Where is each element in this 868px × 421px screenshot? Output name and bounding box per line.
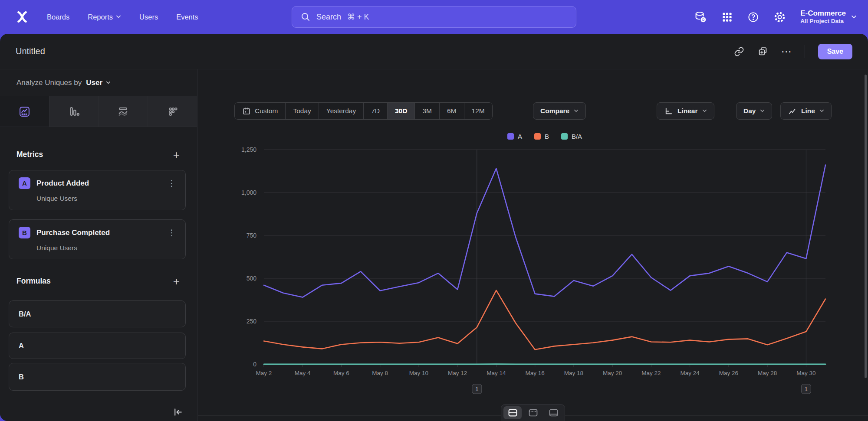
data-management-icon[interactable] [694,11,707,23]
x-axis-label: May 14 [487,370,506,376]
layout-top-toggle[interactable] [524,406,542,419]
series-badge-b: B [19,227,30,238]
formula-label: A [19,342,24,350]
annotation-marker[interactable]: 1 [472,384,482,394]
chevron-down-icon [106,81,111,85]
query-builder-panel: Analyze Uniques by User [0,69,197,421]
x-axis-label: May 6 [333,370,349,376]
layout-bottom-toggle[interactable] [544,406,562,419]
more-actions-button[interactable]: ⋯ [781,47,792,56]
nav-left: Boards Reports Users Events [0,10,198,23]
layout-bottom-icon [549,409,558,417]
analyze-label: Analyze Uniques by [16,78,82,87]
x-axis-label: May 24 [681,370,700,376]
x-axis-label: May 16 [526,370,545,376]
x-axis-label: May 2 [256,370,272,376]
formulas-heading: Formulas [16,277,51,286]
formula-label: B/A [19,310,31,318]
save-button[interactable]: Save [818,44,852,59]
nav-item-reports[interactable]: Reports [88,13,121,21]
formula-card[interactable]: A [9,333,186,359]
project-scope: All Project Data [800,18,846,25]
chevron-down-icon [116,15,121,19]
x-axis-label: May 4 [295,370,311,376]
metric-measure-dropdown[interactable]: Unique Users [36,195,178,202]
tab-funnels[interactable] [49,96,99,127]
x-axis-label: May 8 [372,370,388,376]
analyze-row: Analyze Uniques by User [0,69,197,96]
app-surface: Untitled ⋯ Save [0,34,868,421]
analyze-by-dropdown[interactable]: User [86,78,111,87]
project-selector[interactable]: E-Commerce All Project Data [800,9,857,25]
link-icon [734,46,744,57]
nav-right: E-Commerce All Project Data [694,0,857,34]
metric-card[interactable]: B Purchase Completed ⋮ Unique Users [9,219,186,259]
project-text: E-Commerce All Project Data [800,9,846,25]
formula-card[interactable]: B [9,363,186,391]
formula-label: B [19,373,24,381]
builder-footer [0,403,197,421]
analyze-by-value: User [86,78,102,87]
flows-icon [117,106,129,117]
chart-area: Custom Today Yesterday 7D 30D 3M 6M 12M … [198,69,868,421]
insights-chart-icon [19,106,30,117]
metrics-section-head: Metrics + [16,150,180,159]
y-axis-label: 500 [247,275,257,282]
report-type-tabs [0,96,197,127]
search-input[interactable]: Search ⌘ + K [292,6,576,28]
search-placeholder: Search [316,13,341,22]
layout-split-toggle[interactable] [503,406,522,419]
search-shortcut: ⌘ + K [347,12,369,22]
metric-name: Purchase Completed [36,228,160,237]
tab-insights[interactable] [0,96,49,127]
metric-measure-dropdown[interactable]: Unique Users [36,244,178,252]
nav-item-events[interactable]: Events [176,13,198,21]
svg-text:1: 1 [805,386,808,392]
line-chart-plot: 02505007501,0001,25011May 2May 4May 6May… [198,69,868,421]
page-scrollbar[interactable] [865,75,867,378]
layout-split-icon [508,409,517,417]
formula-card[interactable]: B/A [9,300,186,327]
formulas-section-head: Formulas + [16,277,180,286]
metrics-heading: Metrics [16,150,43,159]
duplicate-icon [757,46,768,57]
series-line-A [264,165,825,297]
top-nav: Boards Reports Users Events Search ⌘ + K [0,0,868,34]
help-icon[interactable] [747,11,759,23]
x-axis-label: May 10 [409,370,428,376]
ellipsis-icon: ⋯ [781,47,792,56]
apps-grid-icon[interactable] [721,11,733,23]
series-badge-a: A [19,177,30,189]
svg-text:1: 1 [475,386,478,392]
collapse-panel-button[interactable] [172,407,183,419]
collapse-left-icon [172,407,183,418]
annotation-marker[interactable]: 1 [801,384,811,394]
nav-item-users[interactable]: Users [139,13,158,21]
settings-gear-icon[interactable] [773,11,786,23]
y-axis-label: 750 [247,232,257,239]
project-name: E-Commerce [800,9,846,18]
add-metric-button[interactable]: + [173,150,180,159]
duplicate-button[interactable] [757,46,768,57]
tab-retention[interactable] [148,96,197,127]
metric-name: Product Added [36,179,160,188]
kebab-menu-icon[interactable]: ⋮ [166,228,178,238]
layout-toggle-group [501,404,565,421]
nav-item-label: Reports [88,13,113,21]
mixpanel-logo[interactable] [16,10,29,23]
tab-flows[interactable] [99,96,148,127]
x-axis-label: May 22 [641,370,661,376]
bar-chart-icon [68,106,80,117]
x-axis-label: May 26 [719,370,738,376]
x-axis-label: May 30 [796,370,815,376]
metric-card[interactable]: A Product Added ⋮ Unique Users [9,170,186,210]
kebab-menu-icon[interactable]: ⋮ [166,178,178,188]
report-title[interactable]: Untitled [16,46,45,56]
copy-link-button[interactable] [734,46,744,57]
report-actions: ⋯ Save [734,44,852,59]
x-axis-label: May 28 [758,370,777,376]
add-formula-button[interactable]: + [173,277,180,286]
nav-item-boards[interactable]: Boards [47,13,69,21]
x-axis-label: May 20 [603,370,622,376]
header-divider [805,45,805,58]
